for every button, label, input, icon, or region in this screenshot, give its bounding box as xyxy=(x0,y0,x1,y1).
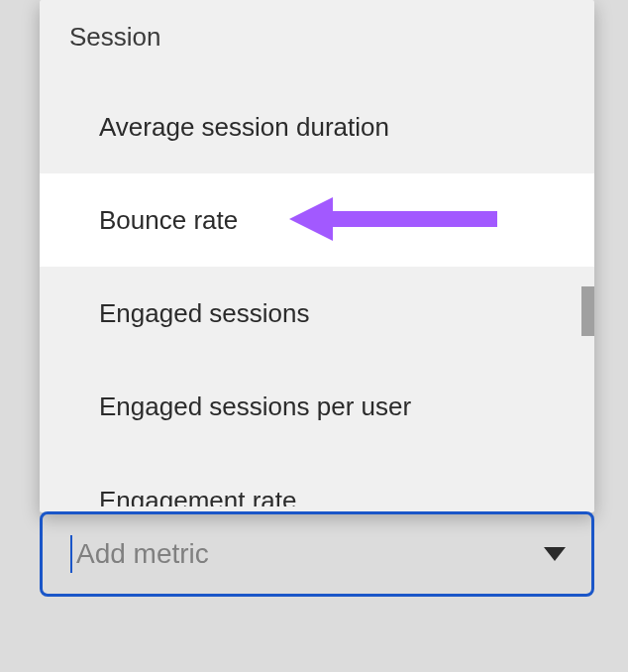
metric-option-engaged-sessions-per-user[interactable]: Engaged sessions per user xyxy=(40,360,594,453)
metric-option-engagement-rate[interactable]: Engagement rate xyxy=(40,453,594,506)
add-metric-select[interactable]: Add metric xyxy=(40,511,594,597)
metric-option-average-session-duration[interactable]: Average session duration xyxy=(40,80,594,173)
scrollbar-thumb[interactable] xyxy=(581,286,594,336)
add-metric-input-area[interactable]: Add metric xyxy=(70,535,209,573)
metric-option-bounce-rate[interactable]: Bounce rate xyxy=(40,173,594,267)
metric-group-heading: Session xyxy=(40,0,594,60)
metric-option-label: Engagement rate xyxy=(99,486,296,506)
metric-option-label: Bounce rate xyxy=(99,205,238,236)
metric-option-engaged-sessions[interactable]: Engaged sessions xyxy=(40,267,594,360)
svg-marker-1 xyxy=(544,547,566,561)
metric-dropdown-panel: Session Average session duration Bounce … xyxy=(40,0,594,512)
metric-option-label: Engaged sessions per user xyxy=(99,392,411,422)
add-metric-placeholder: Add metric xyxy=(76,538,209,570)
text-cursor-icon xyxy=(70,535,72,573)
metric-option-label: Engaged sessions xyxy=(99,298,309,329)
dropdown-triangle-icon xyxy=(544,547,566,561)
metric-option-label: Average session duration xyxy=(99,112,389,143)
metric-options-list: Average session duration Bounce rate Eng… xyxy=(40,80,594,506)
